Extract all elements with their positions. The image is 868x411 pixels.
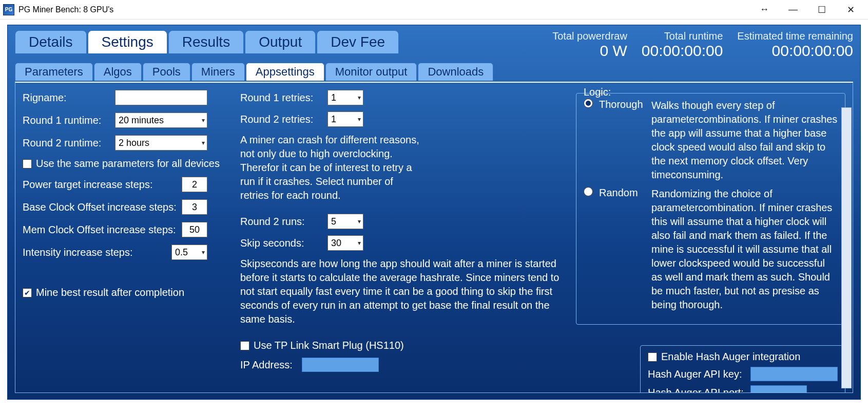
stat-remaining: Estimated time remaining 00:00:00:00 xyxy=(737,30,853,60)
logic-groupbox: Logic: Thorough Walks though every step … xyxy=(576,93,845,325)
rigname-label: Rigname: xyxy=(23,92,110,104)
same-params-checkbox[interactable]: Use the same parameters for all devices xyxy=(23,158,228,170)
mine-best-checkbox[interactable]: ✔ Mine best result after completion xyxy=(23,287,228,298)
stat-runtime: Total runtime 00:00:00:00 xyxy=(642,30,723,60)
round2-runs-label: Round 2 runs: xyxy=(240,216,322,228)
app-icon: PG xyxy=(3,4,14,15)
hashauger-enable-label: Enable Hash Auger integration xyxy=(661,351,800,363)
app-window: Details Settings Results Output Dev Fee … xyxy=(7,25,861,400)
mem-steps-input[interactable] xyxy=(182,222,207,237)
titlebar: PG PG Miner Bench: 8 GPU's ↔ — ☐ ✕ xyxy=(0,0,868,20)
stat-powerdraw-label: Total powerdraw xyxy=(552,30,627,42)
stat-runtime-label: Total runtime xyxy=(664,30,723,42)
random-name: Random xyxy=(599,187,645,199)
round2-retries-value: 1 xyxy=(331,114,358,125)
round1-retries-value: 1 xyxy=(331,92,358,103)
intensity-value: 0.5 xyxy=(175,247,202,258)
mem-steps-label: Mem Clock Offset increase steps: xyxy=(23,224,177,236)
settings-panel: Rigname: Round 1 runtime: 20 minutes ▾ R… xyxy=(15,82,853,393)
window-title: PG Miner Bench: 8 GPU's xyxy=(18,5,113,14)
stat-powerdraw: Total powerdraw 0 W xyxy=(552,30,627,60)
round2-retries-select[interactable]: 1 ▾ xyxy=(327,111,363,127)
stat-powerdraw-value: 0 W xyxy=(600,42,627,60)
same-params-label: Use the same parameters for all devices xyxy=(36,158,220,170)
subtab-appsettings[interactable]: Appsettings xyxy=(246,63,324,81)
round2-runs-select[interactable]: 5 ▾ xyxy=(327,214,363,229)
skip-help-text: Skipseconds are how long the app should … xyxy=(240,257,564,326)
chevron-down-icon: ▾ xyxy=(202,139,205,146)
mine-best-label: Mine best result after completion xyxy=(36,287,184,298)
tab-details[interactable]: Details xyxy=(15,30,87,53)
hashauger-groupbox: Enable Hash Auger integration Hash Auger… xyxy=(640,345,845,393)
round1-retries-select[interactable]: 1 ▾ xyxy=(327,90,363,105)
skip-seconds-value: 30 xyxy=(331,238,358,249)
checkbox-icon xyxy=(240,341,249,350)
round2-runtime-select[interactable]: 2 hours ▾ xyxy=(115,135,207,151)
maximize-button[interactable]: ☐ xyxy=(807,0,836,20)
stat-remaining-value: 00:00:00:00 xyxy=(772,42,853,60)
tab-results[interactable]: Results xyxy=(168,30,244,53)
skip-seconds-select[interactable]: 30 ▾ xyxy=(327,235,363,251)
chevron-down-icon: ▾ xyxy=(358,218,361,225)
chevron-down-icon: ▾ xyxy=(358,116,361,123)
tab-devfee[interactable]: Dev Fee xyxy=(317,30,399,53)
round1-retries-label: Round 1 retries: xyxy=(240,92,322,104)
subtab-parameters[interactable]: Parameters xyxy=(15,63,93,81)
rigname-input[interactable] xyxy=(115,90,207,105)
minimize-button[interactable]: — xyxy=(779,0,807,20)
checkbox-icon xyxy=(23,159,32,169)
round1-runtime-value: 20 minutes xyxy=(119,115,202,126)
subtab-downloads[interactable]: Downloads xyxy=(418,63,493,81)
hashauger-apikey-label: Hash Auger API key: xyxy=(648,368,745,380)
hashauger-enable-checkbox[interactable]: Enable Hash Auger integration xyxy=(648,351,838,363)
stat-remaining-label: Estimated time remaining xyxy=(737,30,853,42)
chevron-down-icon: ▾ xyxy=(202,249,205,256)
logic-legend: Logic: xyxy=(582,86,613,98)
power-steps-label: Power target increase steps: xyxy=(23,179,177,191)
round2-runs-value: 5 xyxy=(331,216,358,227)
tab-settings[interactable]: Settings xyxy=(88,30,167,53)
chevron-down-icon: ▾ xyxy=(358,94,361,101)
main-tabs: Details Settings Results Output Dev Fee xyxy=(15,30,400,53)
skip-seconds-label: Skip seconds: xyxy=(240,237,322,249)
base-steps-label: Base Clock Offset increase steps: xyxy=(23,201,177,213)
hashauger-apiport-input[interactable] xyxy=(750,385,807,393)
thorough-radio[interactable] xyxy=(584,99,593,108)
round2-runtime-value: 2 hours xyxy=(119,138,202,148)
checkbox-icon: ✔ xyxy=(23,288,32,297)
vertical-scrollbar[interactable] xyxy=(841,107,852,388)
stat-runtime-value: 00:00:00:00 xyxy=(642,42,723,60)
ip-address-label: IP Address: xyxy=(240,359,297,371)
intensity-select[interactable]: 0.5 ▾ xyxy=(171,245,207,260)
tplink-checkbox[interactable]: Use TP Link Smart Plug (HS110) xyxy=(240,340,564,351)
subtab-pools[interactable]: Pools xyxy=(143,63,190,81)
subtab-monitoroutput[interactable]: Monitor output xyxy=(325,63,417,81)
random-desc: Randomizing the choice of parametercombi… xyxy=(651,187,838,312)
thorough-name: Thorough xyxy=(599,99,645,110)
subtab-algos[interactable]: Algos xyxy=(94,63,142,81)
random-radio[interactable] xyxy=(584,187,593,196)
intensity-label: Intensity increase steps: xyxy=(23,247,166,258)
round2-runtime-label: Round 2 runtime: xyxy=(23,137,110,149)
checkbox-icon xyxy=(648,352,657,362)
stats-bar: Total powerdraw 0 W Total runtime 00:00:… xyxy=(552,30,853,60)
ip-address-input[interactable] xyxy=(302,358,379,372)
thorough-desc: Walks though every step of parametercomb… xyxy=(651,99,838,182)
round2-retries-label: Round 2 retries: xyxy=(240,114,322,125)
chevron-down-icon: ▾ xyxy=(358,239,361,247)
hashauger-apikey-input[interactable] xyxy=(750,367,838,381)
hashauger-apiport-label: Hash Auger API port: xyxy=(648,387,745,394)
subtab-miners[interactable]: Miners xyxy=(191,63,245,81)
round1-runtime-select[interactable]: 20 minutes ▾ xyxy=(115,113,207,128)
tab-output[interactable]: Output xyxy=(245,30,316,53)
chevron-down-icon: ▾ xyxy=(202,117,205,124)
sub-tabs: Parameters Algos Pools Miners Appsetting… xyxy=(15,63,853,81)
base-steps-input[interactable] xyxy=(182,199,207,215)
retry-help-text: A miner can crash for different reasons,… xyxy=(240,133,420,202)
round1-runtime-label: Round 1 runtime: xyxy=(23,115,110,126)
power-steps-input[interactable] xyxy=(182,177,207,192)
resize-handle-icon[interactable]: ↔ xyxy=(750,0,779,20)
close-button[interactable]: ✕ xyxy=(836,0,865,20)
tplink-label: Use TP Link Smart Plug (HS110) xyxy=(254,340,404,351)
